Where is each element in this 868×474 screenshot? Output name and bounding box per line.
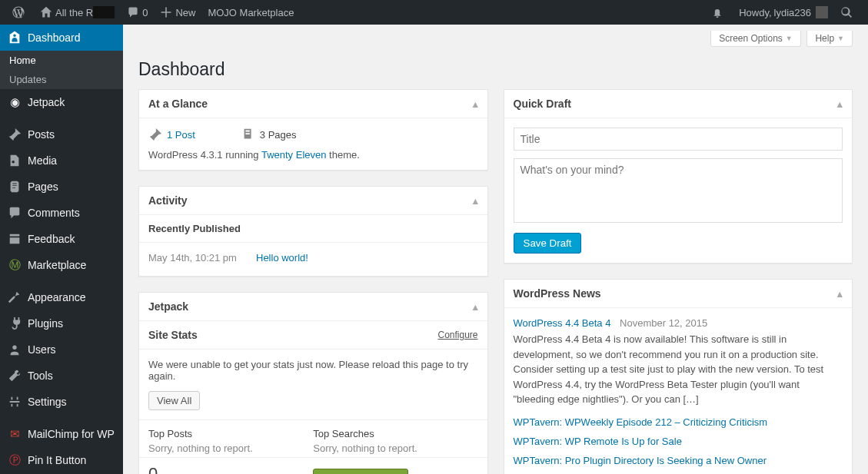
content-area: Screen Options▼ Help▼ Dashboard At a Gla… [123, 25, 868, 474]
pinterest-icon: Ⓟ [8, 453, 22, 467]
site-name: All the R [55, 7, 93, 18]
save-draft-button[interactable]: Save Draft [514, 233, 582, 254]
admin-sidebar: Dashboard Home Updates ◉Jetpack Posts Me… [0, 25, 123, 474]
wordpress-icon [12, 6, 25, 18]
toggle-icon[interactable]: ▴ [837, 98, 843, 110]
users-icon [8, 343, 22, 356]
activity-time: May 14th, 10:21 pm [148, 252, 256, 264]
theme-link[interactable]: Twenty Eleven [261, 149, 327, 161]
activate-akismet-button[interactable]: Activate Akismet [313, 469, 408, 474]
username: lydia236 [774, 7, 811, 18]
pages-count-link[interactable]: 3 Pages [241, 128, 297, 141]
dashboard-icon [8, 31, 22, 45]
sidebar-item-dashboard[interactable]: Dashboard [0, 25, 123, 51]
comments-count: 0 [142, 7, 148, 18]
sidebar-item-pinit[interactable]: ⓅPin It Button [0, 447, 123, 473]
plugins-icon [8, 317, 22, 330]
quick-draft-title: Quick Draft▴ [504, 90, 853, 118]
mojo-link[interactable]: MOJO Marketplace [201, 0, 300, 25]
wp-version-text: WordPress 4.3.1 running Twenty Eleven th… [148, 149, 478, 161]
activity-title: Activity▴ [139, 187, 487, 215]
site-name-link[interactable]: All the R [34, 0, 121, 25]
marketplace-icon: Ⓜ [8, 258, 22, 272]
configure-link[interactable]: Configure [437, 330, 477, 340]
toggle-icon[interactable]: ▴ [473, 98, 478, 110]
sidebar-item-media[interactable]: Media [0, 148, 123, 174]
quick-draft-content-input[interactable] [514, 158, 843, 223]
sidebar-item-tools[interactable]: Tools [0, 363, 123, 389]
appearance-icon [8, 290, 22, 304]
comment-icon [127, 6, 139, 18]
sidebar-item-pages[interactable]: Pages [0, 174, 123, 200]
sidebar-item-users[interactable]: Users [0, 336, 123, 363]
sidebar-subitem-home[interactable]: Home [0, 51, 123, 70]
new-link[interactable]: New [154, 0, 201, 25]
news-item-title[interactable]: WordPress 4.4 Beta 4 [514, 317, 611, 329]
toggle-icon[interactable]: ▴ [837, 288, 843, 300]
howdy-user[interactable]: Howdy, lydia236 [733, 0, 834, 25]
news-link[interactable]: WPTavern: WP Remote Is Up for Sale [514, 436, 843, 447]
jetpack-box: Jetpack▴ Site Stats Configure We were un… [138, 292, 488, 474]
wordpress-news-box: WordPress News▴ WordPress 4.4 Beta 4 Nov… [504, 279, 853, 474]
sidebar-item-marketplace[interactable]: ⓂMarketplace [0, 252, 123, 278]
home-icon [40, 6, 52, 18]
sidebar-item-feedback[interactable]: Feedback [0, 226, 123, 252]
pages-icon [241, 128, 255, 141]
avatar [816, 6, 828, 18]
stats-error-text: We were unable to get your stats just no… [148, 359, 478, 382]
toggle-icon[interactable]: ▴ [473, 195, 478, 207]
mailchimp-icon: ✉ [8, 427, 22, 441]
quick-draft-title-input[interactable] [514, 128, 843, 151]
top-searches-heading: Top Searches [313, 428, 477, 439]
media-icon [8, 154, 22, 167]
news-item-excerpt: WordPress 4.4 Beta 4 is now available! T… [514, 332, 843, 407]
help-button[interactable]: Help▼ [806, 31, 853, 47]
sidebar-item-mailchimp[interactable]: ✉MailChimp for WP [0, 421, 123, 447]
top-posts-heading: Top Posts [148, 428, 313, 439]
pages-icon [8, 180, 22, 194]
view-all-button[interactable]: View All [148, 391, 200, 410]
toggle-icon[interactable]: ▴ [473, 301, 478, 313]
new-label: New [175, 7, 195, 18]
pin-icon [8, 128, 22, 141]
site-name-redacted [93, 6, 115, 18]
news-link[interactable]: WPTavern: WPWeekly Episode 212 – Critici… [514, 416, 843, 428]
sidebar-item-jetpack[interactable]: ◉Jetpack [0, 89, 123, 115]
sidebar-item-comments[interactable]: Comments [0, 200, 123, 226]
sidebar-subitem-updates[interactable]: Updates [0, 70, 123, 89]
news-item-date: November 12, 2015 [620, 317, 707, 329]
comments-link[interactable]: 0 [121, 0, 154, 25]
settings-icon [8, 395, 22, 409]
quick-draft-box: Quick Draft▴ Save Draft [504, 89, 853, 264]
plus-icon [160, 6, 172, 18]
top-posts-message: Sorry, nothing to report. [148, 443, 313, 454]
news-link[interactable]: WPTavern: Pro Plugin Directory Is Seekin… [514, 455, 843, 466]
wp-logo[interactable] [6, 0, 34, 25]
tools-icon [8, 369, 22, 383]
screen-options-button[interactable]: Screen Options▼ [710, 31, 801, 47]
comments-icon [8, 206, 22, 220]
activity-post-link[interactable]: Hello world! [256, 252, 308, 264]
wordpress-news-title: WordPress News▴ [504, 280, 853, 308]
howdy-label: Howdy, [739, 7, 771, 18]
sidebar-item-appearance[interactable]: Appearance [0, 284, 123, 310]
admin-bar: All the R 0 New MOJO Marketplace Howdy, … [0, 0, 868, 25]
top-searches-message: Sorry, nothing to report. [313, 443, 477, 454]
jetpack-icon: ◉ [8, 95, 22, 109]
at-a-glance-title: At a Glance▴ [139, 90, 487, 118]
posts-count-link[interactable]: 1 Post [148, 128, 195, 141]
blocked-count: 0 [148, 464, 313, 474]
sidebar-item-posts[interactable]: Posts [0, 121, 123, 148]
site-stats-title: Site Stats [148, 329, 198, 341]
pin-icon [148, 128, 162, 141]
activity-box: Activity▴ Recently Published May 14th, 1… [138, 186, 488, 277]
search-icon [840, 6, 853, 18]
sidebar-item-plugins[interactable]: Plugins [0, 310, 123, 336]
at-a-glance-box: At a Glance▴ 1 Post 3 Pages WordPres [138, 89, 488, 171]
recently-published-heading: Recently Published [139, 215, 487, 243]
page-title: Dashboard [138, 47, 853, 89]
search-toggle[interactable] [834, 0, 862, 25]
sidebar-item-settings[interactable]: Settings [0, 389, 123, 415]
notification-icon[interactable] [705, 0, 733, 25]
feedback-icon [8, 232, 22, 246]
